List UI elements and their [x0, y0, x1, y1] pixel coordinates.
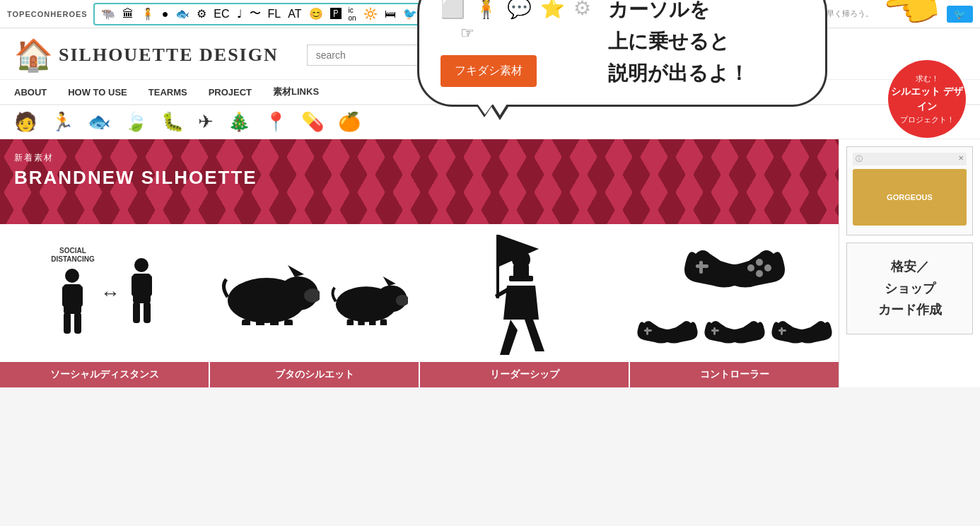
svg-rect-5 [74, 312, 81, 334]
card-social-image: SOCIALDISTANCING ↔ [0, 224, 209, 362]
controller-top [636, 240, 833, 289]
toolbar-icon-sun[interactable]: 🔆 [361, 6, 380, 21]
tooltip-star-icon: ⭐ [540, 0, 565, 20]
cat-bug-icon[interactable]: 🐛 [161, 111, 184, 133]
toolbar-icon-fish[interactable]: 🐟 [173, 6, 192, 21]
toolbar-icon-at[interactable]: AT [286, 7, 303, 21]
toolbar-icon-gear[interactable]: ⚙ [194, 6, 209, 21]
arrow-both-ways: ↔ [100, 282, 120, 305]
card-leader[interactable]: リーダーシップ [420, 224, 630, 387]
svg-rect-18 [270, 320, 279, 325]
hero-text: 新着素材 BRANDNEW SILHOETTE [14, 152, 824, 189]
svg-point-0 [65, 269, 79, 283]
cursor-hand-icon: ☞ [441, 24, 591, 42]
tooltip-text: カーソルを 上に乗せると 説明が出るよ！ [608, 0, 749, 89]
gamepad-3 [703, 312, 766, 346]
main-content: 新着素材 BRANDNEW SILHOETTE ⬜ 🧍 💬 ⭐ ⚙ ☞ フキダシ… [0, 139, 839, 387]
card-pig[interactable]: ブタのシルエット [210, 224, 420, 387]
tooltip-bubble-icon: 💬 [507, 0, 532, 20]
ad-box-main: 格安／ ショップ カード作成 [846, 242, 973, 334]
card-controller-image [630, 224, 839, 362]
card-pig-caption: ブタのシルエット [210, 362, 419, 387]
tooltip-icons-section: ⬜ 🧍 💬 ⭐ ⚙ ☞ フキダシ素材 [441, 0, 591, 87]
toolbar-icon-ec[interactable]: EC [211, 7, 231, 21]
cat-tree-icon[interactable]: 🎄 [228, 111, 250, 133]
cat-fish-icon[interactable]: 🐟 [88, 111, 110, 133]
toolbar-icon-smile[interactable]: 😊 [307, 6, 325, 21]
cat-run-icon[interactable]: 🏃 [51, 111, 74, 133]
toolbar-icon-person[interactable]: 🧍 [139, 6, 157, 21]
controller-bottom-row [636, 312, 834, 346]
hero-title: BRANDNEW SILHOETTE [14, 167, 824, 189]
gamepad-1 [682, 240, 788, 289]
cat-leaf-icon[interactable]: 🍃 [124, 111, 147, 133]
promo-line3: プロジェクト！ [900, 114, 955, 126]
right-ad-panel: ⓘ ✕ GORGEOUS 格安／ ショップ カード作成 [839, 139, 980, 387]
site-name: TopeconHeroes [7, 10, 93, 18]
svg-rect-11 [144, 302, 151, 323]
svg-point-6 [134, 258, 148, 272]
person-figure-1 [57, 267, 88, 338]
tooltip-copy-icon: ⬜ [441, 0, 465, 20]
main-wrapper: 新着素材 BRANDNEW SILHOETTE ⬜ 🧍 💬 ⭐ ⚙ ☞ フキダシ… [0, 139, 980, 387]
ad-close[interactable]: ✕ [958, 154, 964, 164]
svg-rect-24 [347, 319, 354, 325]
svg-point-37 [747, 264, 754, 271]
cat-fruit-icon[interactable]: 🍊 [338, 111, 361, 133]
card-leader-caption: リーダーシップ [420, 362, 629, 387]
person-right [126, 257, 158, 329]
twitter-button[interactable]: 🐦 [947, 6, 973, 23]
card-social-distancing[interactable]: SOCIALDISTANCING ↔ [0, 224, 210, 387]
ad-header: ⓘ ✕ [853, 153, 967, 165]
toolbar-icon-animal[interactable]: 🐃 [99, 6, 117, 21]
hero-section: 新着素材 BRANDNEW SILHOETTE ⬜ 🧍 💬 ⭐ ⚙ ☞ フキダシ… [0, 139, 839, 224]
svg-point-32 [512, 250, 530, 269]
nav-how-to-use[interactable]: HOW TO USE [68, 87, 127, 98]
cat-pill-icon[interactable]: 💊 [301, 111, 324, 133]
pig-illustration [214, 255, 415, 332]
svg-rect-42 [711, 329, 719, 332]
person-left: SOCIALDISTANCING [51, 247, 94, 340]
svg-rect-26 [369, 319, 375, 325]
toolbar-icon-circle[interactable]: ● [160, 7, 171, 21]
ad-text: 格安／ ショップ カード作成 [853, 249, 967, 328]
toolbar-icon-icon[interactable]: ic on [346, 6, 358, 23]
toolbar-icon-note[interactable]: ♩ [235, 6, 245, 21]
cat-location-icon[interactable]: 📍 [264, 111, 287, 133]
ad-image: GORGEOUS [853, 169, 967, 226]
gamepad-4 [770, 312, 834, 346]
logo-text: Silhouette Design [59, 45, 279, 66]
svg-rect-3 [76, 286, 83, 307]
ad-line2: ショップ [885, 281, 935, 296]
fukidashi-button[interactable]: フキダシ素材 [441, 55, 537, 87]
cards-row: SOCIALDISTANCING ↔ [0, 224, 839, 387]
svg-rect-10 [133, 302, 140, 323]
toolbar-icon-bird[interactable]: 🐦 [401, 6, 419, 21]
toolbar-icon-parking[interactable]: 🅿 [328, 7, 344, 21]
leader-figure [482, 228, 567, 358]
nav-project[interactable]: PROJECT [209, 87, 252, 98]
social-distancing-illustration: SOCIALDISTANCING ↔ [44, 240, 164, 347]
svg-point-38 [756, 270, 763, 277]
nav-tearms[interactable]: TEARMS [148, 87, 187, 98]
toolbar-icon-fl[interactable]: FL [266, 7, 284, 21]
bubble-tail-inner [493, 104, 507, 115]
gamepad-2 [636, 312, 699, 346]
cat-person-icon[interactable]: 🧑 [14, 111, 37, 133]
toolbar-icon-building[interactable]: 🏛 [120, 7, 136, 21]
nav-about[interactable]: ABOUT [14, 87, 47, 98]
tooltip-bubble: ⬜ 🧍 💬 ⭐ ⚙ ☞ フキダシ素材 カーソルを 上に乗せると 説明が出るよ！ [417, 0, 827, 107]
svg-rect-28 [496, 235, 499, 298]
svg-rect-9 [145, 275, 152, 296]
card-controller[interactable]: コントローラー [630, 224, 839, 387]
nav-links[interactable]: 素材LINKS [273, 86, 319, 98]
card-social-caption: ソーシャルディスタンス [0, 362, 209, 387]
cat-plane-icon[interactable]: ✈ [198, 111, 214, 133]
toolbar-icon-wave[interactable]: 〜 [247, 6, 263, 22]
svg-rect-40 [644, 329, 652, 332]
svg-rect-2 [62, 286, 69, 307]
card-leader-image [420, 224, 629, 362]
toolbar-icon-bed[interactable]: 🛏 [383, 7, 398, 21]
svg-rect-34 [696, 264, 708, 268]
tooltip-gear-icon: ⚙ [573, 0, 591, 20]
